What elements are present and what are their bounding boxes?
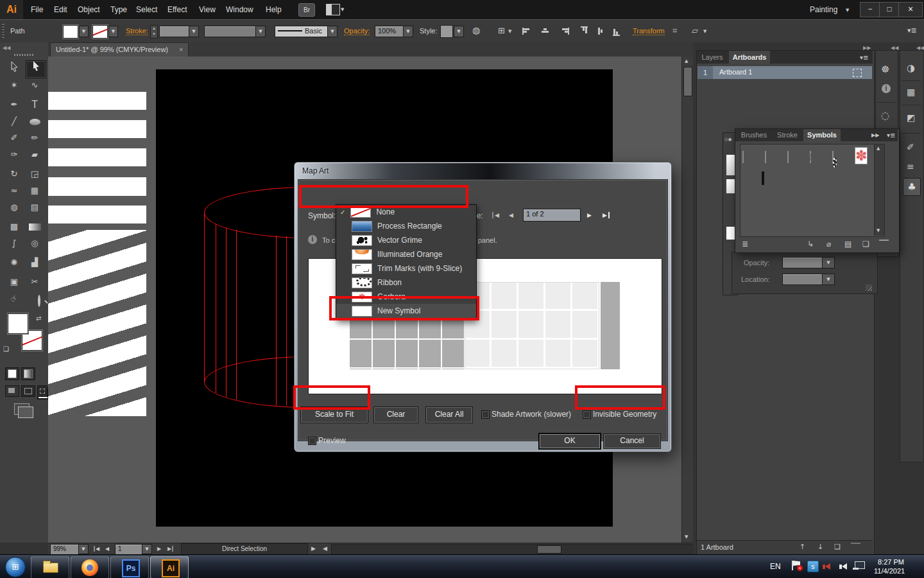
surface-field[interactable]: 1 of 2	[523, 209, 581, 222]
color-panel-icon[interactable]: ◑	[907, 62, 915, 74]
dropdown-item-process-rectangle[interactable]: Process Rectangle	[336, 219, 476, 233]
control-bar-grip[interactable]	[2, 24, 4, 38]
preferences-caret-icon[interactable]: ▼	[508, 29, 511, 34]
artboard-row[interactable]: 1 Artboard 1	[697, 66, 872, 79]
first-artboard-icon[interactable]: ◀	[94, 546, 99, 552]
line-segment-tool[interactable]: ╱	[5, 114, 23, 128]
scroll-up-icon[interactable]: ▲	[685, 58, 688, 64]
taskbar-button-photoshop[interactable]: Ps	[110, 556, 149, 578]
ellipse-tool[interactable]	[26, 114, 44, 128]
volume-muted-icon[interactable]	[825, 563, 830, 570]
opacity-sub-field[interactable]	[782, 257, 826, 268]
start-button[interactable]: ⊞	[5, 557, 26, 577]
menu-file[interactable]: File	[31, 5, 43, 14]
menu-edit[interactable]: Edit	[54, 5, 67, 14]
new-artboard-icon[interactable]: ❏	[834, 543, 841, 551]
document-tab[interactable]: Untitled-1* @ 99% (CMYK/Preview) ×	[50, 42, 189, 57]
surface-prev-icon[interactable]: ◀	[509, 212, 513, 218]
next-artboard-icon[interactable]: ▶	[157, 546, 161, 552]
last-artboard-icon[interactable]: ▶	[167, 546, 173, 552]
horizontal-scrollbar[interactable]	[331, 544, 720, 555]
default-fill-stroke-icon[interactable]: ❏	[3, 346, 9, 353]
artboards-panel-menu-icon[interactable]: ▾≣	[860, 54, 868, 61]
status-expand-icon[interactable]: ▶	[311, 545, 316, 552]
shape-builder-tool[interactable]: ◍	[5, 200, 23, 215]
align-left-icon[interactable]	[522, 28, 532, 35]
symbols-panel-menu-icon[interactable]: ▾≣	[887, 132, 895, 139]
document-tab-close-icon[interactable]: ×	[179, 46, 183, 53]
tab-symbols[interactable]: Symbols	[803, 129, 841, 141]
align-top-icon[interactable]	[581, 26, 588, 36]
selection-tool[interactable]	[5, 62, 23, 76]
draw-inside-button[interactable]	[37, 385, 47, 397]
draw-normal-button[interactable]	[5, 385, 19, 397]
stroke-label[interactable]: Stroke:	[126, 27, 148, 35]
stroke-weight-field[interactable]	[159, 26, 193, 37]
align-bottom-icon[interactable]	[613, 26, 620, 36]
prev-artboard-icon[interactable]: ◀	[105, 546, 109, 552]
opacity-field[interactable]: 100%	[375, 26, 407, 37]
opacity-sub-caret[interactable]: ▼	[822, 257, 835, 268]
dropdown-item-ribbon[interactable]: Ribbon	[336, 276, 476, 290]
symbols-scroll-down-icon[interactable]: ▼	[877, 228, 880, 233]
align-right-icon[interactable]	[560, 28, 569, 35]
preview-checkbox[interactable]	[308, 437, 316, 445]
tab-brushes[interactable]: Brushes	[737, 129, 771, 141]
invisible-geometry-checkbox[interactable]	[583, 410, 591, 419]
style-swatch[interactable]	[440, 25, 453, 38]
slice-tool[interactable]: ✂	[26, 275, 44, 289]
document-info-icon[interactable]: i	[882, 84, 891, 93]
appearance-icon[interactable]: ◌	[881, 110, 889, 121]
break-link-icon[interactable]: ⌀	[826, 240, 831, 249]
stroke-weight-stepper[interactable]: ▲▼	[150, 25, 158, 39]
tray-date[interactable]: 11/4/2021	[874, 567, 905, 575]
dropdown-item-trim-marks[interactable]: Trim Marks (with 9-Slice)	[336, 261, 476, 276]
arrange-documents-icon[interactable]	[326, 4, 340, 15]
blob-brush-tool[interactable]: ✑	[5, 148, 23, 162]
menu-object[interactable]: Object	[78, 5, 100, 14]
artboard-number-field[interactable]: 1	[115, 544, 146, 555]
fill-color-caret[interactable]: ▼	[79, 26, 89, 37]
location-sub-caret[interactable]: ▼	[822, 274, 835, 285]
symbol-thumb-gerbera[interactable]: ✽	[855, 147, 868, 164]
scroll-down-icon[interactable]: ▼	[685, 534, 688, 539]
fill-swatch-large[interactable]	[8, 313, 28, 334]
eraser-tool[interactable]: ▰	[26, 148, 44, 162]
control-panel-menu-icon[interactable]: ▾≣	[907, 26, 917, 35]
style-chip[interactable]	[726, 155, 735, 175]
width-profile-field[interactable]	[204, 26, 261, 37]
menu-effect[interactable]: Effect	[167, 5, 187, 14]
blend-tool[interactable]: ◎	[26, 236, 44, 250]
stroke-color-swatch[interactable]	[92, 25, 108, 39]
style-caret[interactable]: ▼	[454, 26, 464, 37]
new-symbol-icon[interactable]: ❏	[862, 240, 869, 249]
zoom-level-caret[interactable]: ▼	[78, 544, 89, 554]
restore-button[interactable]: □	[879, 2, 900, 17]
document-setup-globe-icon[interactable]: ◍	[472, 25, 480, 35]
gradient-tool[interactable]	[26, 220, 44, 234]
bounding-box-icon[interactable]: ⌗	[672, 26, 677, 36]
gradient-mode-button[interactable]	[21, 367, 35, 380]
pencil-tool[interactable]: ✏	[26, 131, 44, 145]
bridge-button[interactable]: Br	[298, 3, 315, 17]
dialog-title-bar[interactable]: Map Art	[295, 163, 671, 179]
menu-view[interactable]: View	[199, 5, 216, 14]
tray-language[interactable]: EN	[770, 562, 781, 571]
arrange-documents-caret-icon[interactable]: ▼	[341, 7, 344, 12]
screen-mode-button[interactable]	[14, 403, 30, 415]
ok-button[interactable]: OK	[539, 434, 601, 449]
symbol-libraries-icon[interactable]: ≣	[742, 240, 748, 249]
resize-grip[interactable]	[866, 285, 872, 291]
symbol-thumb-illuminated-orange[interactable]	[787, 151, 789, 163]
direct-selection-tool[interactable]	[26, 60, 46, 78]
zoom-level-field[interactable]: 99%	[50, 544, 82, 555]
mesh-tool[interactable]: ▩	[5, 220, 23, 234]
surface-first-icon[interactable]: ◀	[492, 212, 499, 218]
shear-icon[interactable]: ▱	[692, 26, 698, 35]
artboard-row-icon[interactable]	[853, 69, 862, 77]
workspace-caret-icon[interactable]: ▼	[846, 8, 849, 13]
cancel-button[interactable]: Cancel	[603, 434, 661, 449]
surface-last-icon[interactable]: ▶	[603, 212, 610, 218]
symbol-options-icon[interactable]: ▤	[844, 240, 851, 249]
swatches-panel-icon[interactable]: ▦	[907, 87, 915, 97]
